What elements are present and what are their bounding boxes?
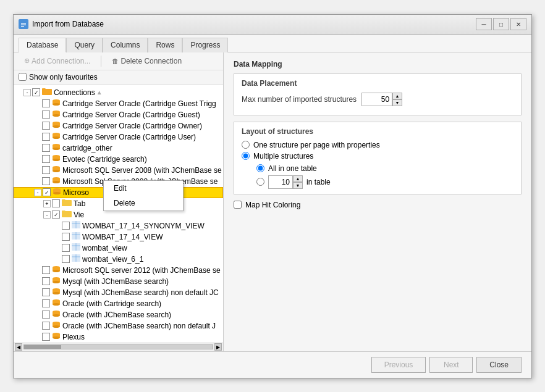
item-checkbox[interactable]: [42, 144, 50, 152]
close-window-button[interactable]: ✕: [510, 18, 526, 30]
list-item[interactable]: WOMBAT_17_14_VIEW: [14, 231, 223, 243]
item-checkbox[interactable]: [42, 266, 50, 274]
item-checkbox[interactable]: [62, 222, 70, 230]
item-checkbox[interactable]: [62, 255, 70, 263]
item-checkbox[interactable]: [42, 277, 50, 285]
list-item[interactable]: Plexus: [14, 332, 223, 343]
svg-point-24: [53, 170, 60, 172]
tab-columns[interactable]: Columns: [103, 38, 148, 52]
list-item[interactable]: Cartridge Server Oracle (Cartridge Guest…: [14, 109, 223, 120]
item-expand[interactable]: +: [43, 200, 51, 207]
item-checkbox[interactable]: [42, 166, 50, 174]
item-checkbox[interactable]: [42, 322, 50, 330]
tab-database[interactable]: Database: [19, 38, 66, 52]
list-item[interactable]: Microsoft SQL server 2012 (with JChemBas…: [14, 265, 223, 276]
svg-point-9: [53, 114, 60, 117]
map-hit-coloring-checkbox[interactable]: [234, 201, 242, 209]
max-structures-down[interactable]: ▼: [392, 99, 402, 106]
list-item[interactable]: Cartridge Server Oracle (Cartridge Guest…: [14, 98, 223, 109]
tab-query[interactable]: Query: [66, 38, 103, 52]
in-table-field[interactable]: [268, 175, 293, 189]
item-label: Mysql (with JChemBase search) non defaul…: [62, 288, 219, 297]
list-item[interactable]: Oracle (with JChemBase search): [14, 309, 223, 320]
item-checkbox[interactable]: [42, 177, 50, 185]
title-bar-left: Import from Database: [19, 19, 104, 29]
root-expand[interactable]: -: [23, 89, 31, 96]
item-label: Cartridge Server Oracle (Cartridge Owner…: [62, 122, 202, 130]
add-connection-button[interactable]: ⊕ Add Connection...: [19, 55, 96, 67]
main-window: Import from Database ─ □ ✕ Database Quer…: [13, 14, 532, 378]
item-expand[interactable]: -: [43, 211, 51, 219]
item-checkbox[interactable]: [42, 333, 50, 341]
item-checkbox[interactable]: [52, 199, 60, 207]
item-checkbox[interactable]: [42, 122, 50, 130]
item-checkbox[interactable]: [62, 244, 70, 252]
item-checkbox[interactable]: [42, 111, 50, 119]
max-structures-row: Max number of imported structures ▲ ▼: [242, 93, 513, 106]
item-checkbox[interactable]: [42, 155, 50, 163]
one-structure-radio[interactable]: [242, 141, 250, 149]
list-item[interactable]: Oracle (with Cartridge search): [14, 298, 223, 309]
item-label: Vie: [74, 211, 84, 219]
tree-root[interactable]: - Connections ▲: [14, 87, 223, 98]
list-item[interactable]: Microsoft SQL Server 2008 (with JChemBas…: [14, 165, 223, 176]
item-checkbox[interactable]: [42, 288, 50, 296]
folder-icon: [62, 199, 72, 208]
list-item[interactable]: WOMBAT_17_14_SYNONYM_VIEW: [14, 220, 223, 231]
previous-button[interactable]: Previous: [371, 357, 426, 373]
scroll-right-button[interactable]: ▶: [214, 343, 222, 351]
context-menu: Edit Delete: [103, 180, 184, 211]
scroll-left-button[interactable]: ◀: [15, 343, 22, 351]
list-item[interactable]: wombat_view_6_1: [14, 254, 223, 265]
context-menu-delete[interactable]: Delete: [104, 196, 183, 211]
radio-multiple-structures[interactable]: Multiple structures: [242, 152, 513, 161]
context-menu-edit[interactable]: Edit: [104, 181, 183, 196]
item-checkbox[interactable]: [62, 233, 70, 241]
item-checkbox[interactable]: [43, 188, 51, 196]
map-hit-coloring-label: Map Hit Coloring: [245, 201, 300, 209]
scroll-track[interactable]: [23, 344, 213, 349]
in-table-up[interactable]: ▲: [293, 175, 303, 182]
show-favourites-checkbox[interactable]: [19, 73, 27, 81]
scroll-thumb[interactable]: [24, 345, 61, 349]
item-checkbox[interactable]: [42, 99, 50, 107]
next-button[interactable]: Next: [429, 357, 473, 373]
tab-rows[interactable]: Rows: [148, 38, 182, 52]
max-structures-up[interactable]: ▲: [392, 93, 402, 99]
list-item[interactable]: Cartridge Server Oracle (Cartridge User): [14, 131, 223, 143]
radio-all-in-one[interactable]: All in one table: [256, 164, 513, 173]
horizontal-scrollbar[interactable]: ◀ ▶: [14, 343, 223, 351]
item-checkbox[interactable]: [42, 299, 50, 307]
minimize-button[interactable]: ─: [476, 18, 492, 30]
item-expand[interactable]: -: [34, 189, 41, 196]
list-item[interactable]: Mysql (with JChemBase search): [14, 276, 223, 287]
list-item[interactable]: cartridge_other: [14, 143, 223, 154]
root-checkbox[interactable]: [32, 88, 40, 96]
item-label: Tab: [74, 199, 85, 208]
tree-area[interactable]: - Connections ▲: [14, 85, 223, 343]
item-checkbox[interactable]: [42, 311, 50, 319]
item-label: Oracle (with Cartridge search): [62, 299, 161, 308]
delete-connection-button[interactable]: 🗑 Delete Connection: [106, 55, 187, 67]
in-table-down[interactable]: ▼: [293, 182, 303, 189]
item-checkbox[interactable]: [52, 211, 60, 219]
maximize-button[interactable]: □: [493, 18, 509, 30]
in-table-radio[interactable]: [256, 178, 264, 186]
radio-one-structure[interactable]: One structure per page with properties: [242, 141, 513, 149]
list-item[interactable]: Cartridge Server Oracle (Cartridge Owner…: [14, 120, 223, 131]
list-item[interactable]: wombat_view: [14, 243, 223, 254]
max-structures-input[interactable]: ▲ ▼: [361, 93, 402, 106]
item-label: WOMBAT_17_14_SYNONYM_VIEW: [82, 222, 205, 230]
close-button[interactable]: Close: [476, 357, 522, 373]
window-title: Import from Database: [32, 20, 104, 28]
multiple-structures-radio[interactable]: [242, 152, 250, 160]
list-item[interactable]: Evotec (Cartridge search): [14, 154, 223, 165]
max-structures-field[interactable]: [361, 93, 392, 106]
all-in-one-radio[interactable]: [256, 164, 264, 172]
list-item[interactable]: Mysql (with JChemBase search) non defaul…: [14, 287, 223, 298]
in-table-input[interactable]: ▲ ▼: [268, 175, 303, 189]
tab-progress[interactable]: Progress: [182, 38, 228, 52]
item-checkbox[interactable]: [42, 133, 50, 141]
svg-point-57: [53, 314, 60, 317]
list-item[interactable]: Oracle (with JChemBase search) non defau…: [14, 320, 223, 332]
